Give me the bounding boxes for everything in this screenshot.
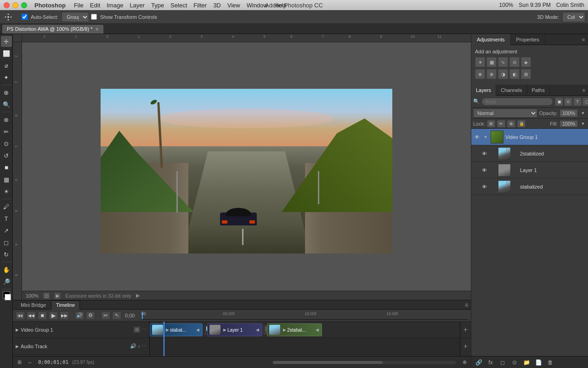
layer-visibility-video-group-1[interactable]: 👁 xyxy=(473,133,481,141)
layers-tab[interactable]: Layers xyxy=(471,85,496,96)
3d-rotate-tool[interactable]: ↻ xyxy=(1,249,12,260)
step-fwd-btn[interactable]: ▶▶ xyxy=(60,311,69,320)
timeline-scrollbar-thumb[interactable] xyxy=(273,361,383,364)
quick-mask-btn[interactable]: ◻ xyxy=(43,293,50,299)
exposure-adj-icon[interactable]: ⊙ xyxy=(509,57,520,67)
lock-transparent-btn[interactable]: ⊞ xyxy=(487,120,495,127)
dodge-tool[interactable]: ☀ xyxy=(1,186,12,197)
menu-filter[interactable]: Filter xyxy=(193,2,207,9)
lock-image-btn[interactable]: ✏ xyxy=(497,120,505,127)
timeline-new-layer-btn[interactable]: ⊞ xyxy=(15,358,24,367)
menu-file[interactable]: File xyxy=(74,2,84,9)
pen-tool[interactable]: 🖊 xyxy=(1,201,12,212)
video-track-row[interactable]: ▶ stabal... ◀ ▶ Layer 1 ◀ xyxy=(150,322,460,338)
audio-note-icon[interactable]: ♪ xyxy=(138,343,141,349)
lock-position-btn[interactable]: ⊕ xyxy=(507,120,515,127)
layer-delete-btn[interactable]: 🗑 xyxy=(546,358,555,367)
brush-tool[interactable]: ✏ xyxy=(1,126,12,137)
background-color[interactable] xyxy=(5,294,11,300)
timeline-tracks[interactable]: ▶ stabal... ◀ ▶ Layer 1 ◀ xyxy=(150,322,460,356)
paths-tab[interactable]: Paths xyxy=(527,85,550,96)
cut-btn[interactable]: ✂ xyxy=(101,311,110,320)
timeline-scrollbar[interactable] xyxy=(272,361,456,364)
clone-tool[interactable]: ⊙ xyxy=(1,138,12,149)
layer-expand-video-group-1[interactable]: ▼ xyxy=(482,134,489,140)
stop-btn[interactable]: ■ xyxy=(38,311,47,320)
magic-wand-tool[interactable]: ✦ xyxy=(1,72,12,83)
volume-btn[interactable]: 🔊 xyxy=(75,311,84,320)
heal-tool[interactable]: ⊗ xyxy=(1,114,12,125)
layer-fx-btn[interactable]: fx xyxy=(486,358,495,367)
layer-visibility-layer-1[interactable]: 👁 xyxy=(481,167,488,174)
path-select-tool[interactable]: ↗ xyxy=(1,225,12,236)
marquee-tool[interactable]: ⬜ xyxy=(1,48,12,59)
vibrance-adj-icon[interactable]: ◈ xyxy=(521,57,531,67)
timeline-settings-btn[interactable]: ↔ xyxy=(25,358,34,367)
photo-filter-adj-icon[interactable]: ◐ xyxy=(509,69,520,79)
layers-search-input[interactable] xyxy=(481,98,553,106)
canvas-content[interactable] xyxy=(22,42,471,300)
levels-adj-icon[interactable]: ▦ xyxy=(486,57,497,67)
crop-tool[interactable]: ⊕ xyxy=(1,87,12,98)
gradient-tool[interactable]: ▦ xyxy=(1,174,12,185)
lasso-tool[interactable]: ⌀ xyxy=(1,60,12,71)
adjustments-tab[interactable]: Adjustments xyxy=(471,34,511,45)
step-back-btn[interactable]: ◀◀ xyxy=(27,311,36,320)
brightness-adj-icon[interactable]: ☀ xyxy=(475,57,485,67)
menu-edit[interactable]: Edit xyxy=(90,2,100,9)
cursor-btn[interactable]: ↖ xyxy=(112,311,121,320)
channel-mixer-adj-icon[interactable]: ⊞ xyxy=(521,69,531,79)
add-video-track-btn[interactable]: + xyxy=(460,322,471,338)
filter-type-icon[interactable]: T xyxy=(573,98,582,106)
properties-tab[interactable]: Properties xyxy=(511,34,545,45)
bw-adj-icon[interactable]: ◑ xyxy=(498,69,508,79)
playhead[interactable] xyxy=(142,311,143,319)
audio-mute-icon[interactable]: 🔊 xyxy=(130,343,136,349)
auto-select-dropdown[interactable]: Group Layer xyxy=(62,12,89,22)
timeline-zoom-in-btn[interactable]: ⊕ xyxy=(460,358,469,367)
auto-select-checkbox[interactable] xyxy=(22,14,28,20)
audio-settings-icon[interactable]: ⋯ xyxy=(141,343,147,349)
eyedropper-tool[interactable]: 🔍 xyxy=(1,99,12,110)
blend-mode-select[interactable]: Normal Multiply Screen xyxy=(473,109,537,118)
timeline-tab[interactable]: Timeline xyxy=(51,300,80,310)
document-tab[interactable]: PS Distortion AWA @ 100% (RGB/8) * ✕ xyxy=(2,24,104,34)
clip-2stab[interactable]: ▶ 2stabal... ◀ xyxy=(267,323,322,336)
shape-tool[interactable]: ◻ xyxy=(1,237,12,248)
canvas-area[interactable]: 2 1 0 1 2 3 4 5 6 7 8 9 10 11 2 xyxy=(13,34,471,300)
track-add-icon[interactable]: ⊞ xyxy=(134,327,140,333)
opacity-input[interactable] xyxy=(560,109,578,117)
play-btn[interactable]: ▶ xyxy=(49,311,58,320)
maximize-button[interactable] xyxy=(21,2,27,8)
mini-bridge-tab[interactable]: Mini Bridge xyxy=(16,300,51,310)
layer-visibility-stabilized[interactable]: 👁 xyxy=(481,183,488,190)
layer-row-stabilized[interactable]: 👁 🎞 stabalized xyxy=(471,178,588,195)
opacity-arrow[interactable]: ▼ xyxy=(580,110,586,116)
fill-input[interactable] xyxy=(560,120,578,127)
play-preview-btn[interactable]: ▶ xyxy=(136,293,140,299)
menu-layer[interactable]: Layer xyxy=(130,2,145,9)
channels-tab[interactable]: Channels xyxy=(496,85,527,96)
photo-canvas[interactable] xyxy=(101,89,392,253)
menu-select[interactable]: Select xyxy=(170,2,187,9)
timeline-collapse-btn[interactable]: ≡ xyxy=(465,302,468,308)
menu-window[interactable]: Window xyxy=(247,2,268,9)
menu-bar[interactable]: File Edit Image Layer Type Select Filter… xyxy=(74,2,287,9)
layers-panel-collapse[interactable]: ≡ xyxy=(580,87,588,93)
settings-btn[interactable]: ⚙ xyxy=(86,311,95,320)
zoom-tool[interactable]: 🔎 xyxy=(1,276,12,287)
color-balance-adj-icon[interactable]: ⊕ xyxy=(486,69,497,79)
hue-sat-adj-icon[interactable]: ⊗ xyxy=(475,69,485,79)
layer-row-2stabilized[interactable]: 👁 🎞 2stabilized xyxy=(471,145,588,162)
screen-mode-btn[interactable]: ▶ xyxy=(54,293,61,299)
skip-to-start-btn[interactable]: ⏮ xyxy=(16,311,25,320)
lock-all-btn[interactable]: 🔒 xyxy=(517,120,526,127)
close-button[interactable] xyxy=(4,2,10,8)
layer-group-btn[interactable]: 📁 xyxy=(522,358,531,367)
fill-arrow[interactable]: ▼ xyxy=(580,121,586,127)
minimize-button[interactable] xyxy=(12,2,18,8)
adj-panel-collapse[interactable]: ≡ xyxy=(579,37,588,42)
filter-adj-icon[interactable]: ⊙ xyxy=(564,98,572,106)
layer-adj-btn[interactable]: ⊙ xyxy=(510,358,519,367)
filter-pixel-icon[interactable]: ◼ xyxy=(555,98,563,106)
